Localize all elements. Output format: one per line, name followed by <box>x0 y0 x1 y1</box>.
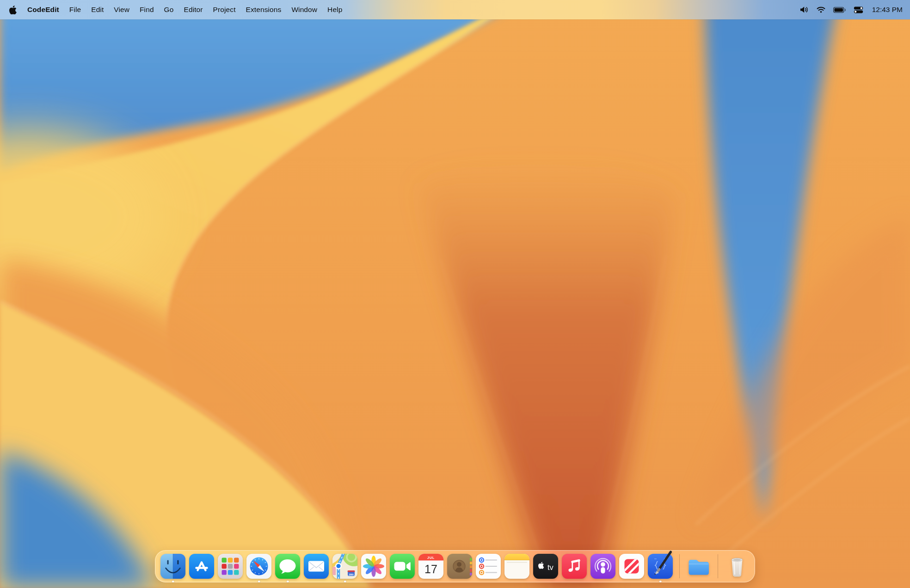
photos-icon <box>361 554 386 579</box>
dock-item-mail[interactable] <box>304 554 329 579</box>
control-center-icon[interactable] <box>854 6 863 13</box>
finder-icon <box>160 554 185 579</box>
dock-item-maps[interactable]: 280 <box>332 554 357 579</box>
dock-item-calendar[interactable]: JUL 17 <box>418 554 443 579</box>
app-store-icon <box>189 554 214 579</box>
menu-item-extensions[interactable]: Extensions <box>241 6 287 14</box>
running-indicator <box>172 581 174 583</box>
dock-item-launchpad[interactable] <box>218 554 243 579</box>
battery-icon[interactable] <box>833 7 846 13</box>
svg-text:tv: tv <box>547 563 554 571</box>
status-icons <box>800 6 863 13</box>
running-indicator <box>258 581 260 583</box>
menu-item-project[interactable]: Project <box>208 6 241 14</box>
dock-item-music[interactable] <box>562 554 587 579</box>
notes-icon <box>504 554 529 579</box>
dock-item-podcasts[interactable] <box>590 554 615 579</box>
messages-icon <box>275 554 300 579</box>
dock-item-photos[interactable] <box>361 554 386 579</box>
menu-item-view[interactable]: View <box>109 6 135 14</box>
dock-item-codeedit[interactable] <box>648 554 673 579</box>
dock-item-facetime[interactable] <box>390 554 415 579</box>
running-indicator <box>344 581 346 583</box>
svg-text:JUL: JUL <box>427 556 435 560</box>
menu-item-window[interactable]: Window <box>286 6 322 14</box>
dock-item-finder[interactable] <box>160 554 185 579</box>
dock-item-messages[interactable] <box>275 554 300 579</box>
menu-items: FileEditViewFindGoEditorProjectExtension… <box>64 6 348 14</box>
music-icon <box>562 554 587 579</box>
news-icon <box>619 554 644 579</box>
wifi-icon[interactable] <box>817 6 825 13</box>
launchpad-icon <box>218 554 243 579</box>
dock-item-contacts[interactable] <box>447 554 472 579</box>
menu-item-app-name[interactable]: CodeEdit <box>22 6 64 14</box>
menu-item-go[interactable]: Go <box>159 6 179 14</box>
dock-item-news[interactable] <box>619 554 644 579</box>
menu-item-file[interactable]: File <box>64 6 86 14</box>
menu-clock[interactable]: 12:43 PM <box>872 6 903 14</box>
dock: 280 JUL 17 <box>155 550 755 582</box>
dock-item-appletv[interactable]: tv <box>533 554 558 579</box>
svg-text:17: 17 <box>424 563 437 576</box>
menu-item-find[interactable]: Find <box>135 6 159 14</box>
mail-icon <box>304 554 329 579</box>
codeedit-icon <box>648 554 673 579</box>
dock-item-notes[interactable] <box>504 554 529 579</box>
running-indicator <box>287 581 289 583</box>
podcasts-icon <box>590 554 615 579</box>
menu-list: CodeEdit FileEditViewFindGoEditorProject… <box>8 6 347 14</box>
volume-icon[interactable] <box>800 6 809 13</box>
dock-item-folder[interactable] <box>686 554 711 579</box>
safari-icon <box>246 554 271 579</box>
dock-item-reminders[interactable] <box>476 554 501 579</box>
trash-icon <box>725 554 750 579</box>
menu-item-help[interactable]: Help <box>322 6 347 14</box>
status-area: 12:43 PM <box>800 6 903 14</box>
maps-icon: 280 <box>332 554 357 579</box>
apple-menu[interactable] <box>8 6 22 14</box>
contacts-icon <box>447 554 472 579</box>
apple-icon <box>9 6 17 14</box>
facetime-icon <box>390 554 415 579</box>
dock-item-trash[interactable] <box>725 554 750 579</box>
reminders-icon <box>476 554 501 579</box>
calendar-icon: JUL 17 <box>418 554 443 579</box>
menu-bar: CodeEdit FileEditViewFindGoEditorProject… <box>0 0 910 19</box>
dock-item-safari[interactable] <box>246 554 271 579</box>
running-indicator <box>659 581 662 583</box>
menu-item-edit[interactable]: Edit <box>86 6 109 14</box>
dock-item-app-store[interactable] <box>189 554 214 579</box>
desktop: CodeEdit FileEditViewFindGoEditorProject… <box>0 0 910 588</box>
dock-separator <box>679 554 680 578</box>
svg-text:280: 280 <box>349 573 354 576</box>
dock-separator <box>718 554 718 578</box>
appletv-icon: tv <box>533 554 558 579</box>
wallpaper-ventura <box>0 0 910 588</box>
folder-icon <box>686 554 711 579</box>
menu-item-editor[interactable]: Editor <box>179 6 208 14</box>
